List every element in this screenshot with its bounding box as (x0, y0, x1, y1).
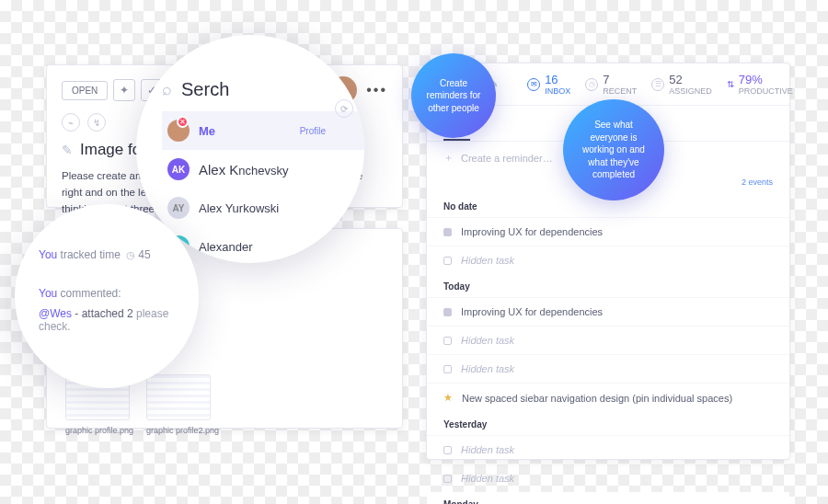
person-result[interactable]: AY Alex Yurkowski (162, 189, 364, 227)
plus-icon: ＋ (443, 151, 454, 165)
task-row[interactable]: ★New spaced siebar navigation design (pi… (427, 383, 789, 412)
task-text: New spaced siebar navigation design (pin… (462, 393, 732, 404)
callout-activity: See what everyone is working on and what… (563, 99, 664, 200)
person-label: Alex Knchevsky (199, 162, 289, 178)
checkbox-icon (443, 257, 452, 265)
avatar: AY (167, 197, 190, 219)
star-button[interactable]: ✦ (113, 79, 135, 101)
checkbox-icon (443, 475, 452, 483)
thumbnail-image (146, 374, 211, 420)
refresh-icon[interactable]: ⟳ (335, 99, 353, 118)
comment-body: @Wes - attached 2 please check. (39, 307, 199, 333)
inbox-icon: ✉ (527, 78, 540, 91)
hidden-task-row[interactable]: Hidden task (427, 464, 789, 492)
stat-inbox[interactable]: ✉ 16INBOX (527, 73, 570, 96)
checkbox-icon (443, 308, 452, 316)
mention[interactable]: @Wes (39, 307, 72, 320)
task-text: Hidden task (461, 255, 514, 266)
group-header: Today (427, 274, 789, 297)
open-status-button[interactable]: OPEN (62, 81, 108, 100)
search-icon: ⌕ (162, 80, 172, 99)
star-icon: ★ (443, 392, 453, 404)
stat-recent[interactable]: ◷ 7RECENT (585, 73, 637, 96)
events-link[interactable]: 2 events (742, 178, 773, 187)
person-label: Alexander (199, 240, 253, 254)
comment-zoom-lens: You tracked time ◷45 You commented: @Wes… (15, 204, 199, 388)
checkbox-icon (443, 228, 452, 236)
recent-icon: ◷ (585, 78, 598, 91)
callout-reminders: Create reminders for other people (411, 53, 496, 138)
task-text: Improving UX for dependencies (461, 226, 603, 237)
tracked-time-line: You tracked time ◷45 (39, 248, 199, 261)
thumbnail-label: graphic profile2.png (146, 426, 219, 435)
thumbnail-label: graphic profile.png (65, 426, 133, 435)
person-result[interactable]: AK Alex Knchevsky (162, 150, 364, 189)
clock-icon: ◷ (126, 249, 135, 260)
hidden-task-row[interactable]: Hidden task (427, 326, 789, 354)
hidden-task-row[interactable]: Hidden task (427, 435, 789, 464)
person-result-me[interactable]: Me Profile (162, 111, 364, 150)
task-text: Hidden task (461, 363, 514, 374)
task-row[interactable]: Improving UX for dependencies (427, 217, 789, 246)
group-header: Monday (427, 492, 789, 504)
task-text: Improving UX for dependencies (461, 306, 603, 317)
search-input[interactable]: Serch (181, 79, 229, 100)
hidden-task-row[interactable]: Hidden task (427, 246, 789, 274)
person-label: Me (199, 124, 215, 138)
task-text: Hidden task (461, 335, 514, 346)
task-icon: ✎ (62, 143, 73, 157)
link-icon[interactable]: ↯ (87, 113, 106, 132)
tag-icon[interactable]: ⌁ (62, 113, 80, 132)
attachment-thumb[interactable]: graphic profile2.png (146, 374, 219, 435)
more-icon[interactable]: ••• (366, 82, 387, 98)
profile-tag: Profile (300, 126, 326, 136)
stat-assigned[interactable]: ☰ 52ASSIGNED (651, 73, 712, 96)
person-label: Alex Yurkowski (199, 201, 279, 215)
checkbox-icon (443, 446, 452, 454)
task-text: Hidden task (461, 444, 514, 455)
remove-badge-icon[interactable]: ✕ (177, 116, 189, 128)
trend-icon: ⇅ (727, 79, 734, 89)
task-row[interactable]: Improving UX for dependencies (427, 297, 789, 326)
task-text: Hidden task (461, 473, 514, 484)
commented-line: You commented: (39, 287, 199, 300)
hidden-task-row[interactable]: Hidden task (427, 354, 789, 383)
search-zoom-lens: ⌕ Serch Me Profile AK Alex Knchevsky AY … (136, 35, 364, 263)
assigned-icon: ☰ (651, 78, 664, 91)
checkbox-icon (443, 337, 452, 345)
search-row: ⌕ Serch (162, 74, 364, 111)
stat-productive[interactable]: ⇅ 79%PRODUCTIVE (727, 73, 793, 96)
avatar: AK (167, 158, 190, 180)
checkbox-icon (443, 365, 452, 373)
group-header: Yesterday (427, 412, 789, 435)
